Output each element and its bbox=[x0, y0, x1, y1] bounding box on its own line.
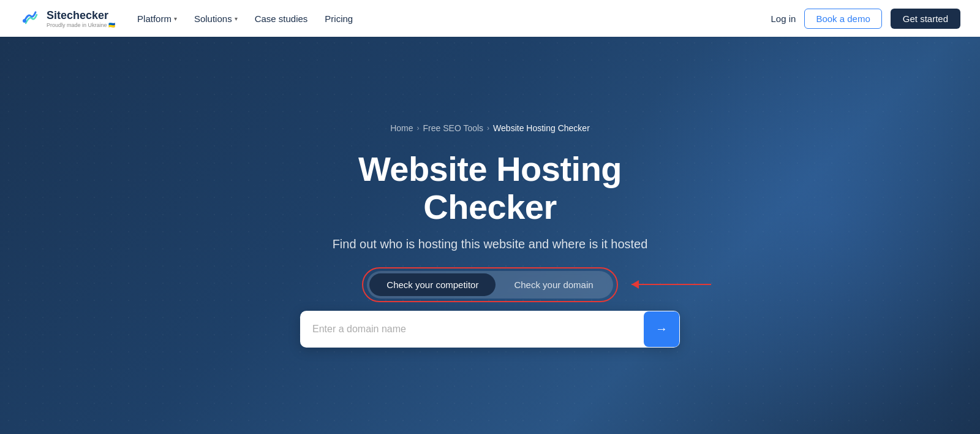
tab-competitor[interactable]: Check your competitor bbox=[369, 273, 496, 296]
book-demo-button[interactable]: Book a demo bbox=[804, 9, 881, 29]
svg-point-0 bbox=[23, 19, 26, 23]
chevron-down-icon: ▾ bbox=[174, 15, 177, 22]
nav-case-studies[interactable]: Case studies bbox=[255, 13, 308, 24]
get-started-button[interactable]: Get started bbox=[891, 9, 960, 29]
logo-text: Sitechecker Proudly made in Ukraine 🇺🇦 bbox=[47, 9, 115, 28]
nav-pricing[interactable]: Pricing bbox=[325, 13, 353, 24]
nav-solutions[interactable]: Solutions ▾ bbox=[194, 13, 238, 24]
arrow-line bbox=[631, 284, 711, 285]
nav-left: Sitechecker Proudly made in Ukraine 🇺🇦 P… bbox=[20, 7, 353, 29]
navbar: Sitechecker Proudly made in Ukraine 🇺🇦 P… bbox=[0, 0, 980, 37]
nav-links: Platform ▾ Solutions ▾ Case studies Pric… bbox=[137, 13, 353, 24]
logo-icon bbox=[20, 7, 42, 29]
login-button[interactable]: Log in bbox=[771, 13, 796, 24]
page-title: Website Hosting Checker bbox=[288, 150, 692, 226]
search-button[interactable]: → bbox=[644, 311, 679, 347]
breadcrumb-sep-2: › bbox=[487, 124, 489, 132]
search-input[interactable] bbox=[300, 324, 643, 335]
logo[interactable]: Sitechecker Proudly made in Ukraine 🇺🇦 bbox=[20, 7, 115, 29]
nav-right: Log in Book a demo Get started bbox=[771, 9, 960, 29]
tab-toggle: Check your competitor Check your domain bbox=[367, 271, 612, 299]
hero-subtitle: Find out who is hosting this website and… bbox=[333, 237, 648, 251]
arrow-right-icon: → bbox=[655, 322, 668, 336]
nav-platform[interactable]: Platform ▾ bbox=[137, 13, 177, 24]
hero-section: Home › Free SEO Tools › Website Hosting … bbox=[0, 0, 980, 434]
hero-content: Home › Free SEO Tools › Website Hosting … bbox=[276, 123, 704, 347]
chevron-down-icon: ▾ bbox=[235, 15, 238, 22]
breadcrumb-current: Website Hosting Checker bbox=[493, 123, 590, 133]
annotation-arrow bbox=[631, 284, 711, 285]
breadcrumb-sep-1: › bbox=[417, 124, 420, 132]
tab-toggle-wrapper: Check your competitor Check your domain bbox=[367, 271, 612, 299]
breadcrumb-seo-tools[interactable]: Free SEO Tools bbox=[423, 123, 484, 133]
brand-tagline: Proudly made in Ukraine 🇺🇦 bbox=[47, 22, 115, 28]
search-bar: → bbox=[300, 311, 680, 348]
brand-name: Sitechecker bbox=[47, 9, 115, 22]
breadcrumb: Home › Free SEO Tools › Website Hosting … bbox=[390, 123, 590, 133]
breadcrumb-home[interactable]: Home bbox=[390, 123, 413, 133]
tab-domain[interactable]: Check your domain bbox=[497, 273, 610, 296]
